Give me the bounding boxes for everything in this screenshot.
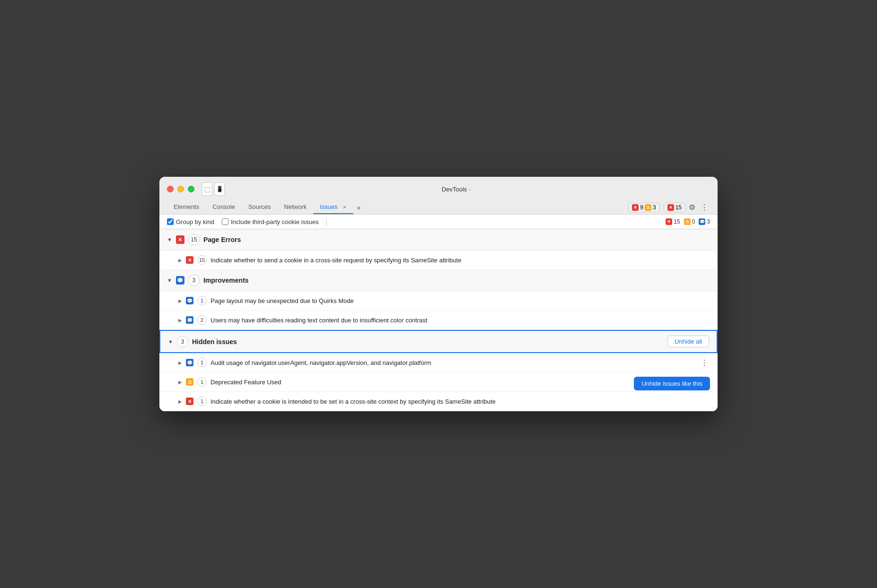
page-errors-icon: ✕ xyxy=(176,235,184,244)
group-by-kind-checkbox[interactable]: Group by kind xyxy=(167,218,214,225)
filter-info-count[interactable]: 💬 3 xyxy=(699,218,710,225)
device-toolbar-button[interactable]: 📱 xyxy=(214,182,225,196)
tab-issues[interactable]: Issues ✕ xyxy=(313,200,353,214)
tabs-row: Elements Console Sources Network Issues … xyxy=(167,200,710,214)
issue-info-icon: 💬 xyxy=(186,297,193,304)
tab-network[interactable]: Network xyxy=(278,200,314,214)
issue-row[interactable]: ▶ ✕ 15 Indicate whether to send a cookie… xyxy=(159,251,718,270)
improvements-title: Improvements xyxy=(203,277,249,284)
filter-warning-count[interactable]: ⚠ 0 xyxy=(684,218,695,225)
more-options-button[interactable]: ⋮ xyxy=(699,201,710,214)
hidden-issues-count: 3 xyxy=(177,336,188,347)
issue-info-icon: 💬 xyxy=(186,316,193,324)
maximize-button[interactable] xyxy=(188,186,194,192)
filter-error-icon: ✕ xyxy=(666,218,672,225)
issue-text: Indicate whether to send a cookie in a c… xyxy=(210,257,710,264)
inspect-element-button[interactable]: ⬚ xyxy=(202,182,212,196)
page-errors-count: 15 xyxy=(188,234,200,245)
hidden-issues-section-header[interactable]: ▼ 3 Hidden issues Unhide all xyxy=(159,330,718,353)
improvements-count: 3 xyxy=(188,275,200,286)
issue-count: 1 xyxy=(197,397,207,406)
tab-elements[interactable]: Elements xyxy=(167,200,206,214)
badge-group: ✕ 9 ⚠ 3 ✕ 15 xyxy=(628,203,685,212)
issue-count: 15 xyxy=(197,255,207,265)
group-by-kind-input[interactable] xyxy=(167,218,174,225)
third-party-checkbox[interactable]: Include third-party cookie issues xyxy=(222,218,319,225)
issue-warning-icon: ⚠ xyxy=(186,378,193,386)
close-button[interactable] xyxy=(167,186,174,192)
issue-text: Audit usage of navigator.userAgent, navi… xyxy=(210,359,695,366)
issue-text: Indicate whether a cookie is intended to… xyxy=(210,398,710,405)
hidden-issues-chevron: ▼ xyxy=(168,339,173,345)
issue-error-icon: ✕ xyxy=(186,398,193,405)
window-title: DevTools · xyxy=(225,186,687,193)
tab-sources[interactable]: Sources xyxy=(242,200,278,214)
issue-row[interactable]: ▶ 💬 1 Audit usage of navigator.userAgent… xyxy=(159,353,718,372)
issues-error-icon: ✕ xyxy=(667,204,674,211)
issue-chevron: ▶ xyxy=(178,258,182,263)
error-icon: ✕ xyxy=(632,204,639,211)
issue-count: 1 xyxy=(197,358,207,367)
issue-info-icon: 💬 xyxy=(186,359,193,366)
issue-count: 1 xyxy=(197,296,207,305)
filter-divider xyxy=(326,217,327,226)
unhide-tooltip[interactable]: Unhide issues like this xyxy=(634,377,710,390)
issue-more-button[interactable]: ⋮ xyxy=(699,358,710,367)
improvements-icon: 💬 xyxy=(176,276,184,285)
issue-chevron: ▶ xyxy=(178,399,182,404)
traffic-lights xyxy=(167,186,194,192)
page-errors-title: Page Errors xyxy=(203,236,241,243)
filter-error-count[interactable]: ✕ 15 xyxy=(666,218,680,225)
issue-text: Page layout may be unexpected due to Qui… xyxy=(210,297,710,304)
unhide-all-button[interactable]: Unhide all xyxy=(667,336,709,347)
issue-chevron: ▶ xyxy=(178,380,182,385)
issue-text: Users may have difficulties reading text… xyxy=(210,317,710,324)
devtools-window: ⬚ 📱 DevTools · Elements Console Sources … xyxy=(159,177,718,411)
filter-badges: ✕ 15 ⚠ 0 💬 3 xyxy=(666,218,710,225)
tab-close-issues[interactable]: ✕ xyxy=(342,204,347,210)
warning-icon: ⚠ xyxy=(645,204,651,211)
issue-row[interactable]: ▶ ✕ 1 Indicate whether a cookie is inten… xyxy=(159,392,718,411)
issues-content: ▼ ✕ 15 Page Errors ▶ ✕ 15 Indicate wheth… xyxy=(159,229,718,411)
issue-row[interactable]: ▶ 💬 2 Users may have difficulties readin… xyxy=(159,311,718,330)
hidden-issues-title: Hidden issues xyxy=(192,338,237,346)
filter-info-icon: 💬 xyxy=(699,218,705,225)
improvements-section-header[interactable]: ▼ 💬 3 Improvements xyxy=(159,270,718,291)
settings-button[interactable]: ⚙ xyxy=(685,201,699,214)
titlebar: ⬚ 📱 DevTools · Elements Console Sources … xyxy=(159,177,718,215)
minimize-button[interactable] xyxy=(177,186,184,192)
issues-badge[interactable]: ✕ 15 xyxy=(664,203,685,212)
issue-chevron: ▶ xyxy=(178,298,182,303)
titlebar-top: ⬚ 📱 DevTools · xyxy=(167,182,710,196)
issue-chevron: ▶ xyxy=(178,318,182,323)
filter-warning-icon: ⚠ xyxy=(684,218,691,225)
page-errors-chevron: ▼ xyxy=(167,237,172,242)
issue-row[interactable]: ▶ 💬 1 Page layout may be unexpected due … xyxy=(159,291,718,311)
issue-chevron: ▶ xyxy=(178,360,182,365)
page-errors-section-header[interactable]: ▼ ✕ 15 Page Errors xyxy=(159,229,718,251)
error-badge[interactable]: ✕ 9 ⚠ 3 xyxy=(628,203,659,212)
improvements-chevron: ▼ xyxy=(167,277,172,283)
filter-bar: Group by kind Include third-party cookie… xyxy=(159,215,718,229)
tab-console[interactable]: Console xyxy=(206,200,242,214)
issue-error-icon: ✕ xyxy=(186,256,193,264)
third-party-input[interactable] xyxy=(222,218,228,225)
issue-count: 1 xyxy=(197,377,207,387)
tab-overflow-button[interactable]: » xyxy=(353,202,365,213)
issue-count: 2 xyxy=(197,315,207,325)
